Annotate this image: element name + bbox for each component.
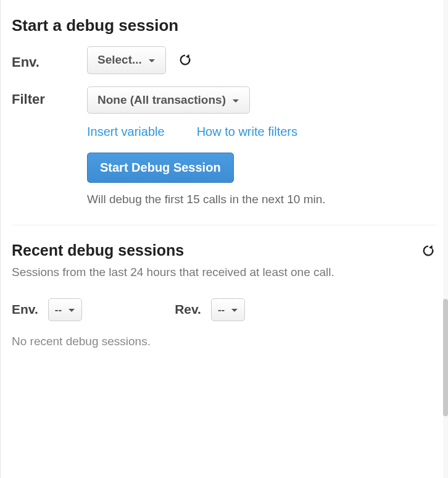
- session-helper-text: Will debug the first 15 calls in the nex…: [87, 193, 437, 206]
- env-select-value: Select...: [97, 52, 142, 69]
- scrollbar-thumb[interactable]: [443, 299, 448, 416]
- no-sessions-text: No recent debug sessions.: [12, 335, 437, 348]
- recent-rev-dropdown[interactable]: --: [211, 298, 245, 322]
- recent-env-value: --: [55, 303, 62, 317]
- start-session-title: Start a debug session: [12, 16, 437, 35]
- recent-rev-label: Rev.: [175, 302, 201, 317]
- caret-down-icon: [231, 303, 238, 317]
- env-refresh-button[interactable]: [176, 51, 194, 69]
- recent-refresh-button[interactable]: [420, 242, 437, 259]
- section-divider: [12, 225, 437, 225]
- refresh-icon: [178, 53, 192, 67]
- caret-down-icon: [68, 303, 75, 317]
- insert-variable-link[interactable]: Insert variable: [87, 125, 165, 139]
- start-debug-session-button[interactable]: Start Debug Session: [87, 153, 234, 183]
- env-label: Env.: [12, 49, 87, 70]
- caret-down-icon: [148, 52, 156, 69]
- filter-label: Filter: [12, 86, 87, 107]
- recent-env-label: Env.: [12, 302, 38, 317]
- caret-down-icon: [232, 92, 239, 109]
- recent-sessions-description: Sessions from the last 24 hours that rec…: [12, 263, 437, 282]
- env-select-dropdown[interactable]: Select...: [87, 46, 166, 74]
- filter-select-dropdown[interactable]: None (All transactions): [87, 86, 250, 114]
- recent-sessions-title: Recent debug sessions: [12, 241, 184, 259]
- recent-env-dropdown[interactable]: --: [48, 298, 82, 322]
- refresh-icon: [421, 244, 435, 258]
- filter-select-value: None (All transactions): [97, 92, 226, 109]
- how-to-write-filters-link[interactable]: How to write filters: [197, 125, 297, 139]
- scrollbar-track[interactable]: [443, 0, 448, 478]
- recent-rev-value: --: [218, 303, 225, 317]
